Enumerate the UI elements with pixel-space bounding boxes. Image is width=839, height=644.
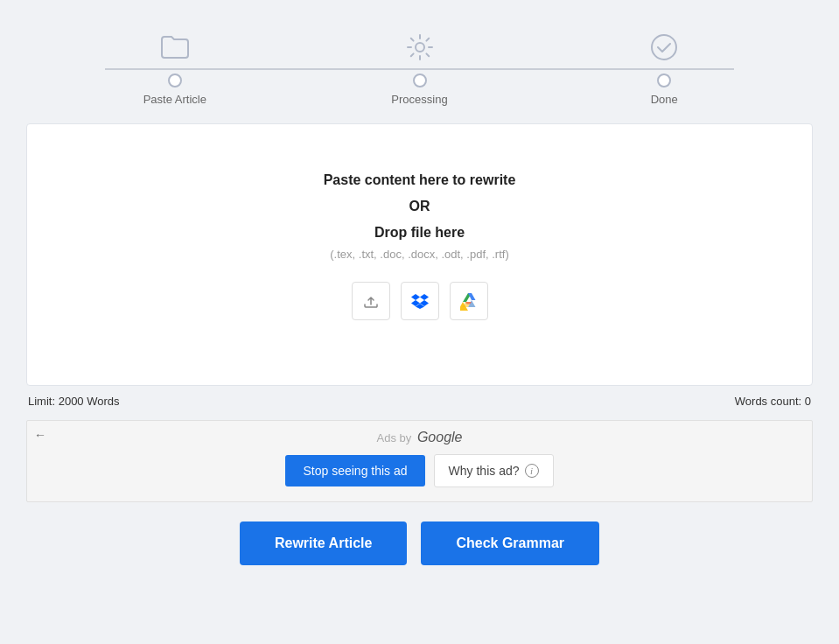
step-label-paste: Paste Article [143, 93, 206, 106]
step-processing: Processing [297, 26, 542, 106]
check-grammar-button[interactable]: Check Grammar [421, 522, 599, 565]
folder-icon [154, 26, 196, 68]
steps-container: Paste Article Processing [0, 0, 839, 123]
step-label-done: Done [651, 93, 678, 106]
word-count-bar: Limit: 2000 Words Words count: 0 [0, 386, 839, 416]
ad-actions: Stop seeing this ad Why this ad? i [45, 454, 794, 487]
step-label-processing: Processing [391, 93, 447, 106]
svg-point-0 [416, 43, 424, 52]
google-drive-button[interactable] [450, 282, 488, 320]
page-wrapper: Paste Article Processing [0, 0, 839, 644]
back-arrow-icon[interactable]: ← [34, 428, 46, 442]
info-icon: i [525, 464, 539, 478]
svg-point-1 [652, 35, 676, 60]
bottom-buttons: Rewrite Article Check Grammar [0, 506, 839, 574]
steps-track: Paste Article Processing [52, 26, 787, 106]
step-dot-paste [168, 74, 182, 88]
ads-by-text: Ads by [377, 431, 412, 444]
google-brand-text: Google [417, 430, 463, 444]
ads-by-google-label: Ads by Google [45, 430, 794, 445]
why-this-ad-text: Why this ad? [449, 464, 520, 478]
drop-icons [352, 282, 488, 320]
drop-file-text: Drop file here [374, 225, 465, 241]
upload-file-button[interactable] [352, 282, 390, 320]
step-paste: Paste Article [52, 26, 297, 106]
drop-or-text: OR [409, 199, 430, 214]
drop-formats: (.tex, .txt, .doc, .docx, .odt, .pdf, .r… [330, 248, 508, 261]
rewrite-article-button[interactable]: Rewrite Article [240, 522, 407, 565]
dropbox-button[interactable] [401, 282, 439, 320]
step-done: Done [542, 26, 787, 106]
word-count-label: Words count: 0 [735, 395, 811, 408]
why-this-ad-button[interactable]: Why this ad? i [434, 454, 554, 487]
step-dot-processing [413, 74, 427, 88]
word-limit-label: Limit: 2000 Words [28, 395, 120, 408]
ad-section: ← Ads by Google Stop seeing this ad Why … [26, 420, 813, 502]
step-dot-done [657, 74, 671, 88]
drop-main-text: Paste content here to rewrite [324, 172, 516, 188]
stop-seeing-ad-button[interactable]: Stop seeing this ad [285, 455, 424, 486]
gear-icon [399, 26, 441, 68]
check-circle-icon [643, 26, 685, 68]
drop-zone[interactable]: Paste content here to rewrite OR Drop fi… [26, 123, 813, 386]
